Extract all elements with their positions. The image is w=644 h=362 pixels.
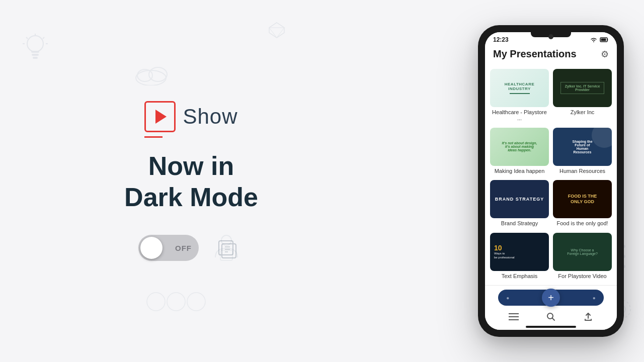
wifi-icon — [590, 37, 598, 43]
app-header: My Presentations ⚙ — [485, 45, 617, 65]
presentation-thumbnail: FOOD IS THEONLY GOD — [553, 180, 612, 218]
thumb-label: FOOD IS THEONLY GOD — [568, 194, 597, 205]
presentation-name: For Playstore Video — [553, 273, 612, 279]
svg-line-45 — [552, 318, 555, 321]
presentation-thumbnail: It's not about design,it's about makingi… — [490, 128, 549, 166]
list-item[interactable]: Why Choose aForeign Language? For Playst… — [553, 233, 612, 282]
presentation-thumbnail: HEALTHCARE INDUSTRY — [490, 69, 549, 107]
presentation-name: Text Emphasis — [490, 273, 549, 279]
upload-button[interactable] — [578, 310, 598, 324]
presentation-name: Food is the only god! — [553, 220, 612, 226]
presentations-grid[interactable]: HEALTHCARE INDUSTRY Healthcare - Playsto… — [485, 65, 617, 285]
presentation-thumbnail: BRAND STRATEGY — [490, 180, 549, 218]
nav-bar-text-right: ● — [593, 295, 596, 301]
hamburger-icon — [509, 313, 519, 321]
plus-icon: + — [548, 293, 554, 303]
list-item[interactable]: It's not about design,it's about makingi… — [490, 128, 549, 176]
thumb-label: BRAND STRATEGY — [495, 197, 544, 202]
dark-mode-toggle[interactable]: OFF — [138, 235, 199, 261]
app-title: My Presentations — [493, 48, 577, 60]
toggle-row: OFF — [138, 235, 244, 261]
thumb-label: Zylker Inc. IT Service Provider — [560, 82, 605, 94]
thumb-label: Why Choose aForeign Language? — [567, 248, 598, 255]
upload-icon — [584, 312, 593, 321]
list-item[interactable]: 10 Ways tobe professional Text Emphasis — [490, 233, 549, 282]
logo-area: Show — [144, 101, 237, 132]
presentation-thumbnail: Shaping theFuture ofHumanResources — [553, 128, 612, 166]
bottom-navigation: ● ● + — [485, 285, 617, 330]
left-panel: Show Now in Dark Mode OFF — [0, 0, 382, 362]
nav-icons — [485, 310, 617, 324]
presentation-thumbnail: Why Choose aForeign Language? — [553, 233, 612, 271]
list-item[interactable]: HEALTHCARE INDUSTRY Healthcare - Playsto… — [490, 69, 549, 124]
add-button[interactable]: + — [542, 289, 560, 307]
svg-rect-40 — [601, 39, 606, 41]
presentation-name: Human Resources — [553, 168, 612, 174]
search-icon — [546, 312, 555, 321]
thumb-label: Shaping theFuture ofHumanResources — [572, 140, 592, 154]
phone-camera — [548, 34, 553, 39]
presentation-name: Making Idea happen — [490, 168, 549, 174]
tagline-line1: Now in — [148, 151, 234, 180]
toggle-label: OFF — [175, 244, 192, 252]
menu-button[interactable] — [504, 310, 524, 324]
share-icon — [218, 237, 240, 259]
thumb-label: Ways tobe professional — [494, 252, 515, 260]
thumb-label: HEALTHCARE INDUSTRY — [494, 82, 545, 91]
tagline: Now in Dark Mode — [124, 150, 258, 213]
list-item[interactable]: BRAND STRATEGY Brand Strategy — [490, 180, 549, 229]
app-name: Show — [183, 105, 237, 129]
thumb-decoration — [510, 93, 530, 94]
presentation-name: Zylker Inc — [553, 109, 612, 115]
presentation-name: Brand Strategy — [490, 220, 549, 226]
svg-rect-35 — [222, 244, 236, 258]
play-icon — [155, 110, 167, 124]
status-time: 12:23 — [493, 36, 509, 43]
presentation-thumbnail: 10 Ways tobe professional — [490, 233, 549, 271]
fab-container: ● ● + — [485, 290, 617, 306]
list-item[interactable]: Shaping theFuture ofHumanResources Human… — [553, 128, 612, 176]
presentation-name: Healthcare - Playstore ... — [490, 109, 549, 121]
phone-screen: 12:23 My Presentations — [485, 32, 617, 330]
battery-icon — [600, 37, 609, 43]
svg-rect-34 — [219, 241, 233, 255]
app-logo-icon — [144, 101, 176, 132]
thumb-number: 10 — [494, 244, 502, 252]
nav-bar-text-left: ● — [506, 295, 509, 301]
presentation-thumbnail: Zylker Inc. IT Service Provider — [553, 69, 612, 107]
settings-button[interactable]: ⚙ — [601, 49, 609, 60]
search-button[interactable] — [541, 310, 561, 324]
list-item[interactable]: FOOD IS THEONLY GOD Food is the only god… — [553, 180, 612, 229]
home-indicator — [526, 326, 576, 328]
list-item[interactable]: Zylker Inc. IT Service Provider Zylker I… — [553, 69, 612, 124]
toggle-knob — [140, 237, 163, 259]
thumb-label: It's not about design,it's about makingi… — [500, 139, 539, 154]
share-icon-wrap — [214, 235, 244, 261]
phone-mockup: 12:23 My Presentations — [478, 10, 624, 352]
tagline-line2: Dark Mode — [124, 183, 258, 212]
status-icons — [590, 37, 609, 43]
phone-outer: 12:23 My Presentations — [478, 25, 624, 337]
